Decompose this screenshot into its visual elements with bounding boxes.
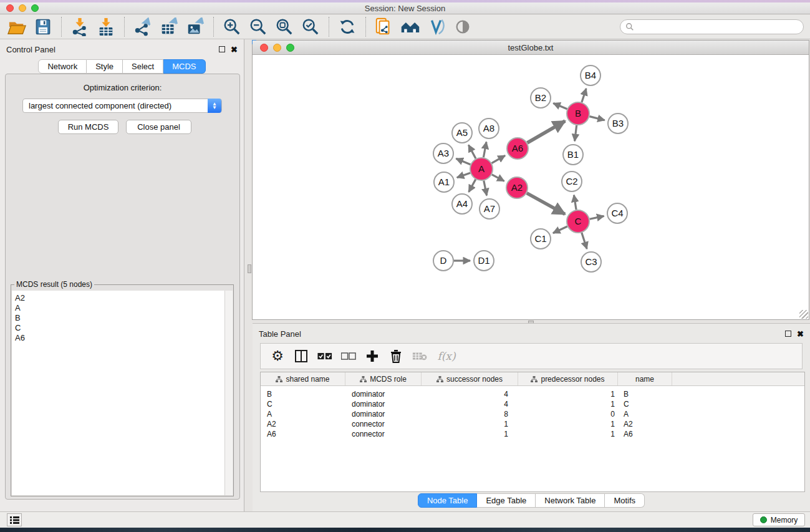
network-window-titlebar[interactable]: testGlobe.txt [253,41,809,55]
graph-node-label-B1: B1 [567,149,579,160]
float-panel-icon[interactable] [219,46,225,52]
graphics-details-button[interactable] [452,17,473,37]
panel-list-button[interactable] [7,513,22,526]
delete-column-button[interactable] [387,347,405,365]
float-panel-icon[interactable] [785,331,791,337]
close-panel-icon[interactable]: ✖ [797,330,804,338]
column-header-predecessor-nodes[interactable]: predecessor nodes [518,372,618,385]
graph-edge-C-C4[interactable] [590,216,604,219]
graph-edge-B-B2[interactable] [553,104,567,109]
graph-edge-A-A7[interactable] [484,181,487,196]
tab-mcds[interactable]: MCDS [163,59,205,74]
graph-edge-A6-B[interactable] [528,121,566,143]
close-panel-button[interactable]: Close panel [126,120,191,134]
graph-edge-C-C1[interactable] [553,226,567,233]
graph-edge-A-A4[interactable] [469,180,476,192]
import-table-icon [97,17,115,36]
table-settings-button[interactable]: ⚙ [268,347,287,365]
export-table-button[interactable] [158,17,180,37]
graph-edge-B-B4[interactable] [582,89,586,102]
table-row[interactable]: A dominator 8 0 A [261,409,804,419]
table-row[interactable]: B dominator 4 1 B [261,389,804,399]
graph-node-label-A6: A6 [512,143,523,153]
result-item[interactable]: A [15,303,224,313]
result-item[interactable]: A6 [15,333,224,343]
graph-edge-C-C3[interactable] [582,233,587,249]
run-mcds-button[interactable]: Run MCDS [58,120,118,134]
criterion-dropdown[interactable]: largest connected component (directed) ▲… [22,99,222,113]
open-session-button[interactable] [6,17,27,37]
delete-table-button[interactable] [410,347,429,365]
node-table[interactable]: shared name MCDS role successor nodes pr… [260,372,805,492]
zoom-in-button[interactable] [221,17,243,37]
search-box[interactable] [620,19,804,34]
result-item[interactable]: B [15,313,224,323]
splitter-grip[interactable] [248,264,251,273]
graph-edge-B-B3[interactable] [589,117,604,120]
column-header-name[interactable]: name [618,372,672,385]
apply-layout-button[interactable] [337,17,358,37]
zoom-fit-button[interactable] [274,17,295,37]
table-panel-header: Table Panel ✖ [253,324,810,344]
tab-edge-table[interactable]: Edge Table [477,493,536,508]
save-session-button[interactable] [32,17,54,37]
graph-edge-A2-C[interactable] [527,193,565,215]
result-item[interactable]: C [15,323,224,333]
network-canvas[interactable]: AA1A2A3A4A5A6A7A8BB1B2B3B4CC1C2C3C4DD1 [253,55,809,319]
column-header-successor-nodes[interactable]: successor nodes [422,372,518,385]
add-column-button[interactable] [363,347,382,365]
graph-edge-A-A8[interactable] [483,142,486,158]
select-columns-button[interactable] [292,347,311,365]
tab-network-table[interactable]: Network Table [536,493,605,508]
tab-style[interactable]: Style [87,59,123,74]
graph-edge-A-A3[interactable] [456,158,470,164]
mcds-result-list[interactable]: A2 A B C A6 [12,291,224,495]
result-item[interactable]: A2 [15,293,224,303]
vizmapper-button[interactable] [426,17,447,37]
deselect-all-button[interactable] [339,347,358,365]
graph-svg[interactable]: AA1A2A3A4A5A6A7A8BB1B2B3B4CC1C2C3C4DD1 [253,55,809,319]
column-header-mcds-role[interactable]: MCDS role [345,372,422,385]
graph-node-label-A5: A5 [456,127,468,138]
graph-node-label-D1: D1 [478,255,489,266]
network-view-window: testGlobe.txt AA1A2A3A4A5A6A7A8BB1B2B3B4… [252,40,809,320]
graph-node-label-C4: C4 [611,208,623,218]
tab-node-table[interactable]: Node Table [418,493,478,508]
close-panel-icon[interactable]: ✖ [231,46,238,54]
graph-edge-A-A5[interactable] [468,145,476,158]
tab-select[interactable]: Select [123,59,163,74]
zoom-selected-button[interactable] [300,17,321,37]
column-header-shared-name[interactable]: shared name [261,372,345,385]
graph-edge-C-C2[interactable] [574,195,576,210]
graph-edge-B-B1[interactable] [575,125,577,141]
show-hide-panels-button[interactable] [400,17,421,37]
import-network-button[interactable] [69,17,90,37]
trash-icon [390,349,402,363]
table-row[interactable]: C dominator 4 1 C [261,399,804,409]
export-network-button[interactable] [132,17,153,37]
result-scrollbar[interactable] [224,291,233,495]
zoom-out-button[interactable] [248,17,269,37]
search-input[interactable] [637,22,803,31]
graph-node-label-C3: C3 [585,256,597,267]
search-icon [625,22,634,31]
clone-network-button[interactable] [374,17,395,37]
tab-motifs[interactable]: Motifs [605,493,645,508]
vizmap-icon [427,18,446,36]
graph-edge-A-A6[interactable] [492,155,506,163]
export-image-button[interactable] [185,17,206,37]
function-builder-button[interactable]: f(x) [434,347,459,365]
select-all-button[interactable] [316,347,334,365]
window-resize-grip[interactable] [799,310,808,319]
zoom-out-icon [249,17,268,36]
table-row[interactable]: A2 connector 1 1 A2 [261,419,804,429]
tab-network[interactable]: Network [38,59,87,74]
table-row[interactable]: A6 connector 1 1 A6 [261,429,804,439]
graph-edge-A-A2[interactable] [492,175,504,181]
import-table-button[interactable] [95,17,117,37]
export-table-icon [160,17,178,36]
graph-edge-A-A1[interactable] [457,173,470,177]
list-icon [10,516,19,524]
memory-button[interactable]: Memory [753,513,805,526]
toolbar-separator [329,17,329,37]
